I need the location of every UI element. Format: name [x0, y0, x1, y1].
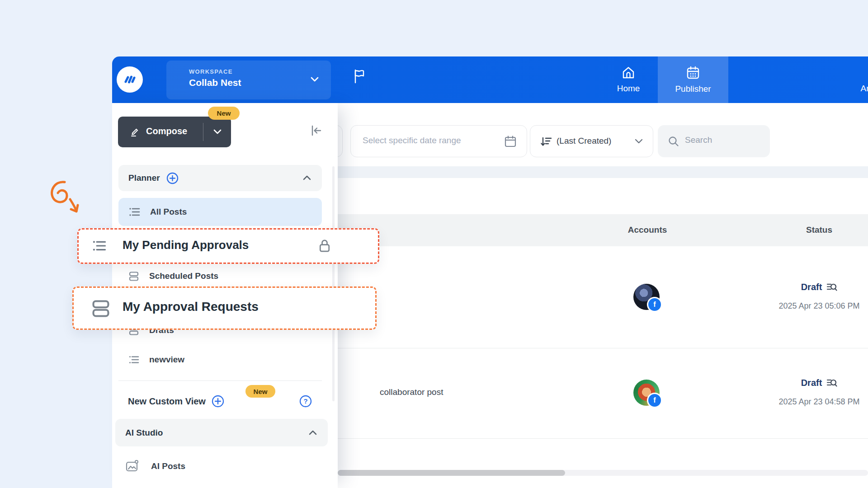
chevron-down-icon	[309, 75, 320, 84]
post-datetime: 2025 Apr 23 05:06 PM	[769, 301, 868, 311]
home-icon	[622, 66, 635, 80]
nav-home-label: Home	[617, 84, 640, 94]
top-navbar: WORKSPACE Collab Nest Home	[112, 56, 868, 103]
stacked-cards-icon	[90, 298, 111, 318]
search-icon	[668, 136, 679, 147]
new-custom-view-button[interactable]: New Custom View ?	[118, 389, 322, 413]
list-icon	[128, 354, 139, 365]
ai-image-icon	[125, 459, 139, 474]
divider	[203, 123, 203, 141]
facebook-badge-icon: f	[647, 393, 662, 408]
date-range-field[interactable]	[350, 125, 527, 157]
sidebar-item-label: My Approval Requests	[123, 300, 259, 314]
activity-log-icon[interactable]	[826, 378, 837, 388]
list-icon	[92, 239, 106, 253]
chevron-down-icon	[634, 138, 644, 145]
help-glyph: ?	[303, 397, 307, 405]
sidebar-item-label: My Pending Approvals	[123, 238, 249, 252]
facebook-badge-icon: f	[647, 297, 662, 312]
lock-icon	[317, 238, 332, 253]
sidebar-item-label: Scheduled Posts	[149, 271, 218, 281]
compose-label: Compose	[146, 126, 187, 136]
add-view-icon[interactable]	[166, 172, 179, 184]
list-icon	[128, 206, 140, 218]
account-avatar: f	[633, 380, 660, 406]
flag-icon[interactable]	[353, 69, 366, 84]
workspace-selector[interactable]: WORKSPACE Collab Nest	[166, 61, 331, 99]
nav-publisher-label: Publisher	[675, 84, 711, 94]
search-input[interactable]	[685, 135, 757, 145]
add-custom-view-icon[interactable]	[212, 395, 224, 408]
collapse-sidebar-icon[interactable]	[309, 124, 323, 137]
date-range-input[interactable]	[363, 136, 498, 145]
search-field[interactable]	[658, 125, 770, 157]
sort-dropdown[interactable]: (Last Created)	[530, 125, 653, 157]
nav-analytics-label: Analytics	[860, 84, 868, 94]
divider	[118, 380, 322, 381]
account-avatar: f	[633, 284, 660, 310]
app-logo[interactable]	[117, 66, 143, 93]
activity-log-icon[interactable]	[826, 282, 837, 292]
calendar-icon	[686, 66, 700, 80]
help-icon[interactable]: ?	[299, 395, 312, 408]
sidebar-item-my-pending-approvals[interactable]: My Pending Approvals	[77, 228, 379, 264]
sidebar-item-label: All Posts	[150, 207, 187, 217]
sidebar-item-ai-posts[interactable]: AI Posts	[118, 454, 322, 479]
sidebar-item-label: newview	[149, 355, 184, 365]
calendar-icon	[504, 135, 517, 148]
annotation-arrow-icon	[47, 179, 93, 219]
sidebar-item-scheduled-posts[interactable]: Scheduled Posts	[118, 264, 322, 288]
workspace-name: Collab Nest	[189, 77, 241, 88]
app-logo-stripes-icon	[122, 72, 137, 87]
status-label: Draft	[801, 378, 822, 388]
new-custom-view-label: New Custom View	[128, 396, 206, 407]
chevron-up-icon	[308, 430, 318, 436]
pencil-icon	[129, 126, 141, 138]
sort-descending-icon	[540, 136, 552, 148]
nav-analytics[interactable]: Analytics	[857, 56, 868, 103]
app-screenshot: (Last Created) Accounts Status f Draft 2…	[0, 0, 868, 488]
post-title: collaborator post	[380, 387, 443, 397]
column-accounts: Accounts	[628, 225, 667, 235]
sidebar-item-my-approval-requests[interactable]: My Approval Requests	[72, 286, 377, 330]
sidebar-item-label: AI Posts	[151, 461, 185, 471]
ai-studio-label: AI Studio	[125, 428, 163, 438]
new-badge: New	[208, 107, 240, 120]
sidebar-scrollbar[interactable]	[332, 166, 335, 401]
compose-button[interactable]: Compose	[118, 117, 231, 147]
chevron-up-icon	[302, 175, 312, 181]
horizontal-scrollbar-thumb[interactable]	[338, 470, 565, 476]
sidebar-item-all-posts[interactable]: All Posts	[118, 198, 322, 226]
chevron-down-icon[interactable]	[212, 128, 223, 136]
post-datetime: 2025 Apr 23 04:58 PM	[769, 397, 868, 407]
sidebar-item-newview[interactable]: newview	[118, 348, 322, 371]
new-badge: New	[245, 385, 275, 398]
planner-label: Planner	[128, 173, 160, 183]
workspace-label: WORKSPACE	[189, 68, 233, 75]
column-status: Status	[806, 225, 832, 235]
stacked-cards-icon	[128, 271, 139, 282]
status-label: Draft	[801, 282, 822, 292]
sort-label: (Last Created)	[557, 136, 611, 146]
nav-home[interactable]: Home	[608, 56, 649, 103]
status-cell: Draft	[769, 282, 868, 292]
nav-publisher[interactable]: Publisher	[658, 56, 728, 103]
ai-studio-section-header[interactable]: AI Studio	[115, 419, 328, 446]
planner-section-header[interactable]: Planner	[118, 165, 322, 191]
status-cell: Draft	[769, 378, 868, 388]
